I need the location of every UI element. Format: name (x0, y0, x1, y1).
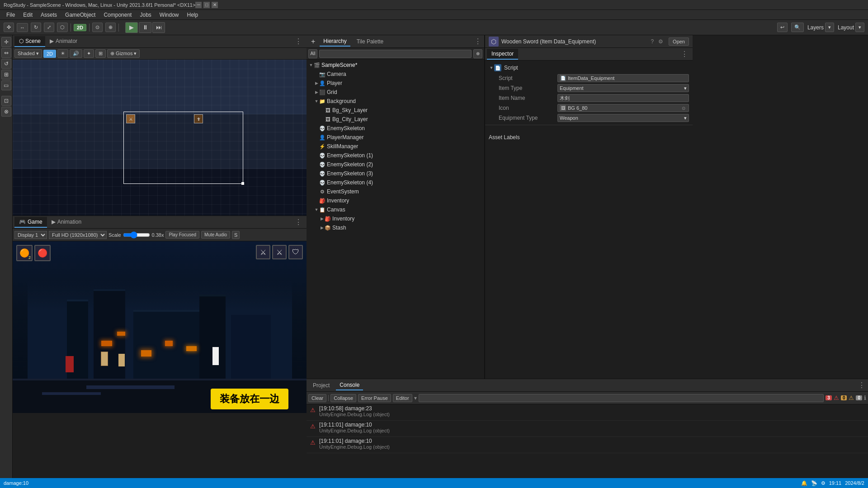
layout-dropdown[interactable]: ▾ (855, 23, 864, 32)
console-search-input[interactable] (419, 394, 824, 402)
item-name-value[interactable]: 木剑 (557, 94, 689, 102)
tool-extra2[interactable]: ⊗ (1, 107, 11, 117)
collapse-btn[interactable]: Collapse (330, 394, 356, 402)
tool-rect-btn[interactable]: ▭ (1, 80, 11, 90)
tab-scene[interactable]: ⬡ Scene (14, 36, 45, 47)
undo-button[interactable]: ↩ (777, 23, 788, 32)
inspector-settings-icon[interactable]: ⚙ (658, 38, 663, 45)
tree-enemy-skel[interactable]: 💀 EnemySkeleton (307, 124, 484, 133)
editor-btn[interactable]: Editor (393, 394, 412, 402)
tree-canvas-inventory[interactable]: ▶ 🎒 Inventory (307, 214, 484, 223)
shaded-btn[interactable]: Shaded ▾ (14, 49, 42, 58)
scene-root-item[interactable]: ▼ 🎬 SampleScene* (307, 61, 484, 70)
tool-rotate[interactable]: ↻ (31, 23, 41, 32)
resize-handle[interactable] (241, 182, 244, 185)
game-view-options[interactable]: ⋮ (292, 218, 305, 226)
2d-scene-btn[interactable]: 2D (43, 50, 56, 58)
minimize-button[interactable]: ─ (195, 2, 202, 8)
play-button[interactable]: ▶ (125, 22, 138, 33)
all-filter-btn[interactable]: All (308, 49, 317, 58)
audio-scene-btn[interactable]: 🔊 (70, 49, 82, 58)
add-hierarchy-btn[interactable]: + (309, 38, 317, 46)
open-button[interactable]: Open (669, 38, 689, 46)
tab-project[interactable]: Project (309, 381, 333, 390)
tree-enemy-2[interactable]: 💀 EnemySkeleton (2) (307, 160, 484, 169)
tree-inventory[interactable]: 🎒 Inventory (307, 196, 484, 205)
tab-inspector[interactable]: Inspector (487, 49, 518, 60)
menu-file[interactable]: File (3, 11, 19, 19)
tree-background[interactable]: ▼ 📁 Background (307, 97, 484, 106)
scene-view[interactable]: ⚔ 🗡 (13, 60, 307, 216)
tree-skill-mgr[interactable]: ⚡ SkillManager (307, 142, 484, 151)
mute-audio-btn[interactable]: Mute Audio (201, 231, 230, 239)
menu-edit[interactable]: Edit (19, 11, 36, 19)
tree-enemy-3[interactable]: 💀 EnemySkeleton (3) (307, 169, 484, 178)
menu-component[interactable]: Component (100, 11, 135, 19)
gizmos-btn[interactable]: ⊕ Gizmos ▾ (107, 49, 140, 58)
tree-bg-sky[interactable]: 🖼 Bg_Sky_Layer (307, 106, 484, 115)
tree-enemy-1[interactable]: 💀 EnemySkeleton (1) (307, 151, 484, 160)
center-button[interactable]: ⊕ (105, 23, 116, 32)
tool-scale[interactable]: ⤢ (44, 23, 54, 32)
component-script-header[interactable]: ▼ 📄 Script (485, 62, 693, 73)
tool-move[interactable]: ↔ (17, 23, 28, 32)
menu-assets[interactable]: Assets (37, 11, 61, 19)
hierarchy-options[interactable]: ⋮ (474, 37, 481, 46)
lighting-scene-btn[interactable]: ☀ (57, 49, 68, 58)
script-field-value[interactable]: 📄 ItemData_Equipment (557, 74, 689, 82)
tree-stash[interactable]: ▶ 📦 Stash (307, 223, 484, 232)
tab-animation[interactable]: ▶ Animation (47, 217, 86, 228)
pause-button[interactable]: ⏸ (139, 22, 151, 33)
tab-console[interactable]: Console (336, 380, 363, 390)
item-type-value[interactable]: Equipment ▾ (557, 84, 689, 92)
menu-window[interactable]: Window (156, 11, 183, 19)
game-view[interactable]: 🟠 2 🔴 ⚔ ⚔ 🛡 装备 (13, 241, 307, 413)
tool-move-arrows[interactable]: ⇔ (1, 48, 11, 58)
tree-bg-city[interactable]: 🖼 Bg_City_Layer (307, 115, 484, 124)
inspector-question-icon[interactable]: ? (651, 38, 654, 45)
tool-hand[interactable]: ✜ (4, 23, 14, 32)
tree-camera[interactable]: 📷 Camera (307, 70, 484, 79)
tree-player[interactable]: ▶ 👤 Player (307, 79, 484, 88)
tab-game[interactable]: 🎮 Game (14, 217, 47, 228)
console-entry-0[interactable]: ⚠ [19:10:58] damage:23 UnityEngine.Debug… (307, 404, 868, 421)
menu-help[interactable]: Help (184, 11, 202, 19)
vfx-scene-btn[interactable]: ✦ (84, 49, 94, 58)
tool-extra1[interactable]: ⊡ (1, 96, 11, 106)
search-button[interactable]: 🔍 (791, 23, 804, 32)
tab-hierarchy[interactable]: Hierarchy (320, 37, 350, 47)
equip-type-value[interactable]: Weapon ▾ (557, 114, 689, 122)
tree-grid[interactable]: ▶ ⬛ Grid (307, 88, 484, 97)
console-entry-2[interactable]: ⚠ [19:11:01] damage:10 UnityEngine.Debug… (307, 437, 868, 453)
tool-cursor[interactable]: ✛ (1, 37, 11, 47)
toggle-2d-button[interactable]: 2D (74, 24, 86, 31)
tree-canvas[interactable]: ▼ 📋 Canvas (307, 205, 484, 214)
tab-animator[interactable]: ▶ Animator (45, 36, 82, 47)
step-button[interactable]: ⏭ (152, 22, 165, 33)
game-display-select[interactable]: Display 1 (14, 231, 47, 239)
layers-dropdown[interactable]: ▾ (825, 23, 834, 32)
tab-tile-palette[interactable]: Tile Palette (353, 37, 387, 46)
menu-gameobject[interactable]: GameObject (61, 11, 99, 19)
scale-slider[interactable] (123, 232, 150, 238)
close-button[interactable]: ✕ (212, 2, 218, 8)
hierarchy-tree[interactable]: ▼ 🎬 SampleScene* 📷 Camera ▶ 👤 (307, 60, 484, 379)
stats-btn[interactable]: S (232, 231, 240, 239)
console-options[interactable]: ⋮ (858, 381, 865, 389)
tool-rotate-btn[interactable]: ↺ (1, 59, 11, 69)
game-resolution-select[interactable]: Full HD (868x488) (49, 231, 107, 239)
icon-edit-btn[interactable]: ⊙ (680, 105, 687, 111)
console-entry-1[interactable]: ⚠ [19:11:01] damage:10 UnityEngine.Debug… (307, 421, 868, 437)
tool-rect[interactable]: ⬡ (57, 23, 68, 32)
pivot-button[interactable]: ⊙ (92, 23, 103, 32)
scene-view-options[interactable]: ⋮ (292, 37, 305, 46)
camera-scene-btn[interactable]: ⊞ (95, 49, 106, 58)
icon-field-value[interactable]: 🖼 BG 6_80 ⊙ (557, 104, 689, 112)
hierarchy-filter-btn[interactable]: ⊕ (473, 49, 482, 58)
error-pause-btn[interactable]: Error Pause (358, 394, 391, 402)
tree-event-sys[interactable]: ⚙ EventSystem (307, 187, 484, 196)
menu-jobs[interactable]: Jobs (136, 11, 155, 19)
tree-player-mgr[interactable]: 👤 PlayerManager (307, 133, 484, 142)
editor-dropdown[interactable]: ▾ (414, 395, 417, 401)
tool-scale-btn[interactable]: ⊞ (1, 70, 11, 80)
